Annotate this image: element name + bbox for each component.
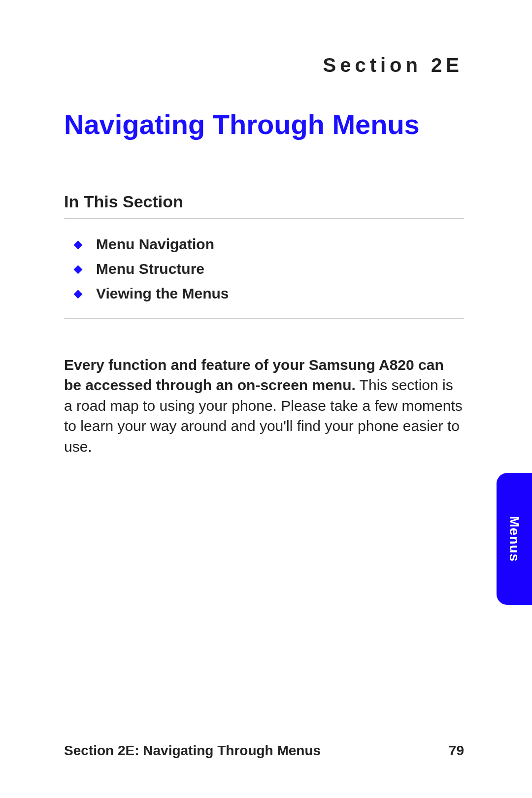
section-label: Section 2E: [323, 54, 463, 76]
diamond-icon: ◆: [74, 287, 82, 300]
page-footer: Section 2E: Navigating Through Menus 79: [64, 743, 464, 759]
toc-item-label: Viewing the Menus: [96, 285, 229, 302]
in-this-section-heading: In This Section: [64, 192, 464, 219]
toc-item-label: Menu Structure: [96, 261, 204, 277]
body-paragraph: Every function and feature of your Samsu…: [64, 355, 464, 457]
toc-item: ◆ Menu Navigation: [64, 232, 464, 257]
footer-left: Section 2E: Navigating Through Menus: [64, 743, 321, 759]
toc-list: ◆ Menu Navigation ◆ Menu Structure ◆ Vie…: [64, 219, 464, 319]
diamond-icon: ◆: [74, 263, 82, 275]
side-tab: Menus: [497, 473, 532, 605]
in-this-section-block: In This Section ◆ Menu Navigation ◆ Menu…: [64, 192, 464, 319]
toc-item: ◆ Menu Structure: [64, 257, 464, 281]
diamond-icon: ◆: [74, 238, 82, 251]
page-title: Navigating Through Menus: [64, 108, 420, 140]
footer-page-number: 79: [449, 743, 464, 759]
toc-item: ◆ Viewing the Menus: [64, 281, 464, 306]
side-tab-label: Menus: [506, 516, 522, 562]
toc-item-label: Menu Navigation: [96, 236, 214, 253]
document-page: Section 2E Navigating Through Menus In T…: [0, 0, 532, 798]
